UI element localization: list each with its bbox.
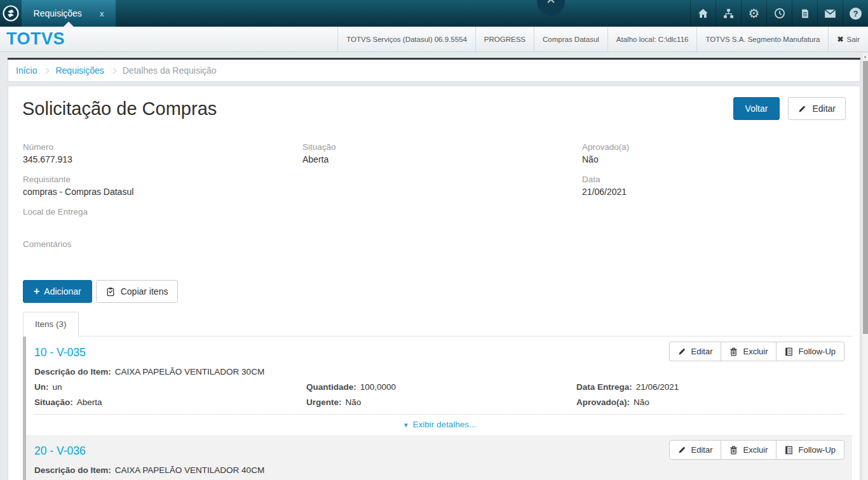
item-description: Descrição do Item:CAIXA PAPELÃO VENTILAD… <box>34 367 844 377</box>
item-editar-label: Editar <box>691 445 713 455</box>
scrollbar-thumb[interactable] <box>863 61 868 334</box>
field-situacao: Situação Aberta <box>302 142 582 165</box>
item-excluir-button[interactable]: Excluir <box>721 342 776 361</box>
exibir-detalhes-link[interactable]: Exibir detalhes... <box>34 414 844 435</box>
field-value <box>23 251 302 262</box>
aprovado-value: Não <box>634 397 649 407</box>
item-title-link[interactable]: 20 - V-036 <box>34 440 86 458</box>
item-row-1: 10 - V-035 Editar Excluir Follow-Up <box>26 337 852 435</box>
logout-button[interactable]: Sair <box>828 27 868 51</box>
item-head: 20 - V-036 Editar Excluir Follow-Up <box>34 440 844 460</box>
help-icon[interactable] <box>843 0 868 27</box>
app-header: TOTVS TOTVS Serviços (Datasul) 06.9.5554… <box>0 27 868 52</box>
copiar-itens-button[interactable]: Copiar itens <box>96 280 179 303</box>
item-editar-button[interactable]: Editar <box>669 342 722 361</box>
field-value: 21/06/2021 <box>582 187 846 197</box>
delivery-label: Data Entrega: <box>576 382 632 392</box>
field-data: Data 21/06/2021 <box>582 175 846 197</box>
scrollbar-up-arrow[interactable] <box>862 53 868 60</box>
field-comentarios: Comentários <box>23 239 302 262</box>
desc-label: Descrição do Item: <box>34 465 111 475</box>
help-glyph <box>850 8 862 20</box>
field-label: Data <box>582 175 846 184</box>
followup-list-icon <box>785 446 793 455</box>
item-excluir-label: Excluir <box>743 445 768 455</box>
pencil-icon <box>678 347 686 356</box>
mail-icon[interactable] <box>817 0 843 27</box>
clock-icon[interactable] <box>766 0 792 27</box>
title-row: Solicitação de Compras Voltar Editar <box>8 86 860 128</box>
followup-list-icon <box>785 347 793 356</box>
item-head: 10 - V-035 Editar Excluir Follow-Up <box>34 342 844 361</box>
item-followup-button[interactable]: Follow-Up <box>776 342 844 361</box>
urgente-value: Não <box>346 397 362 407</box>
field-label: Requisitante <box>23 175 302 184</box>
field-value: Não <box>582 154 846 165</box>
item-detail-row: Situação:Aberta Urgente:Não Aprovado(a):… <box>34 397 844 407</box>
breadcrumb-inicio[interactable]: Início <box>16 65 37 76</box>
adicionar-button[interactable]: Adicionar <box>23 280 92 303</box>
field-aprovado: Aprovado(a) Não <box>582 142 846 165</box>
item-excluir-label: Excluir <box>743 347 768 356</box>
status-local-path: Atalho local: C:\dlc116 <box>607 27 697 51</box>
tab-close-icon[interactable]: x <box>100 9 104 18</box>
desc-value: CAIXA PAPELÃO VENTILADOR 40CM <box>115 465 264 475</box>
gear-icon[interactable] <box>741 0 766 27</box>
totvs-logo[interactable] <box>0 0 22 27</box>
clipboard-icon <box>106 287 115 297</box>
home-icon[interactable] <box>690 0 715 27</box>
document-icon[interactable] <box>792 0 817 27</box>
item-action-group: Editar Excluir Follow-Up <box>669 440 845 460</box>
aprovado-label: Aprovado(a): <box>576 397 630 407</box>
status-database: PROGRESS <box>475 27 534 51</box>
tab-label: Requisições <box>34 8 82 18</box>
field-local-entrega: Local de Entrega <box>23 207 302 230</box>
page-title: Solicitação de Compras <box>22 98 217 119</box>
vertical-scrollbar[interactable] <box>862 53 868 480</box>
field-label: Situação <box>302 142 582 152</box>
plus-icon <box>34 287 39 296</box>
breadcrumb: Início Requisições Detalhes da Requisiçã… <box>8 60 860 82</box>
tab-itens[interactable]: Itens (3) <box>23 312 79 337</box>
item-followup-button[interactable]: Follow-Up <box>776 440 844 460</box>
close-icon[interactable] <box>537 0 565 16</box>
qty-label: Quantidade: <box>306 382 356 392</box>
item-editar-label: Editar <box>691 347 713 356</box>
status-environment: TOTVS Serviços (Datasul) 06.9.5554 <box>337 27 475 51</box>
trash-icon <box>729 446 738 455</box>
item-excluir-button[interactable]: Excluir <box>721 440 776 460</box>
item-row-2: 20 - V-036 Editar Excluir Follow-Up <box>26 435 852 480</box>
breadcrumb-requisicoes[interactable]: Requisições <box>55 65 104 76</box>
field-label: Número <box>23 142 302 152</box>
urgente-label: Urgente: <box>306 397 342 407</box>
top-bar: Requisições x <box>0 0 868 27</box>
un-value: un <box>53 382 62 392</box>
desc-value: CAIXA PAPELÃO VENTILADOR 30CM <box>115 367 264 377</box>
item-description: Descrição do Item:CAIXA PAPELÃO VENTILAD… <box>34 465 844 475</box>
situacao-label: Situação: <box>34 397 73 407</box>
item-editar-button[interactable]: Editar <box>669 440 722 460</box>
breadcrumb-current: Detalhes da Requisição <box>123 65 217 76</box>
topbar-icon-group <box>690 0 868 27</box>
page-content: Início Requisições Detalhes da Requisiçã… <box>0 58 868 480</box>
field-requisitante: Requisitante compras - Compras Datasul <box>23 175 302 197</box>
items-panel: 10 - V-035 Editar Excluir Follow-Up <box>23 336 852 480</box>
item-title-link[interactable]: 10 - V-035 <box>34 342 86 359</box>
pencil-icon <box>798 105 806 113</box>
sitemap-icon[interactable] <box>715 0 741 27</box>
item-detail-row: Un:un Quantidade:100,0000 Data Entrega:2… <box>34 382 844 392</box>
field-label: Aprovado(a) <box>582 142 846 152</box>
editar-button[interactable]: Editar <box>788 97 846 120</box>
voltar-button[interactable]: Voltar <box>733 97 780 120</box>
item-followup-label: Follow-Up <box>798 445 836 455</box>
tab-requisicoes[interactable]: Requisições x <box>22 0 116 27</box>
field-value: compras - Compras Datasul <box>23 187 302 197</box>
trash-icon <box>729 347 738 356</box>
situacao-value: Aberta <box>77 397 102 407</box>
title-actions: Voltar Editar <box>733 97 846 120</box>
item-action-group: Editar Excluir Follow-Up <box>669 342 845 361</box>
items-tab-row: Itens (3) <box>23 312 860 336</box>
chevron-right-icon <box>110 67 116 74</box>
field-label: Comentários <box>23 239 302 249</box>
status-strip: TOTVS Serviços (Datasul) 06.9.5554 PROGR… <box>337 27 868 51</box>
